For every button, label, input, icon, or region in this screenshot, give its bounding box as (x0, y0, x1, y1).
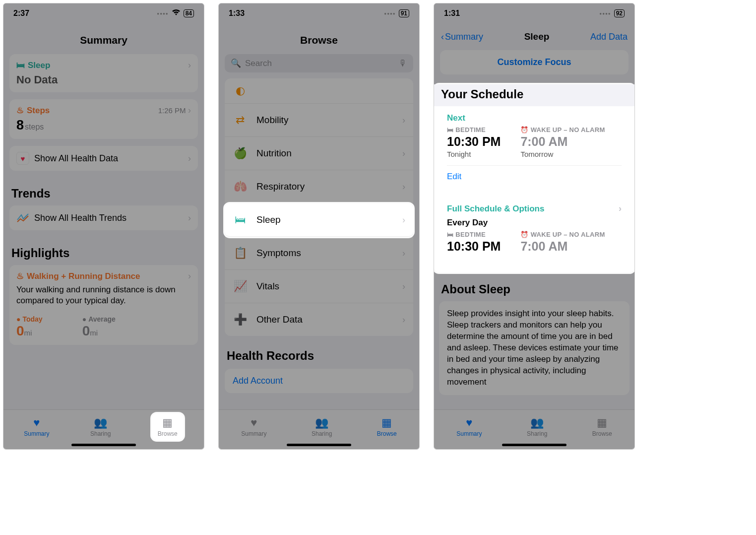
mobility-icon: ⇄ (233, 113, 248, 128)
wakeup-label: WAKE UP – NO ALARM (531, 231, 605, 238)
highlight-card[interactable]: ♨Walking + Running Distance › Your walki… (9, 265, 198, 345)
item-label: Other Data (256, 314, 393, 325)
other-icon: ➕ (233, 312, 248, 327)
tab-summary[interactable]: ♥Summary (24, 416, 49, 437)
tab-browse[interactable]: ▦Browse (377, 416, 397, 437)
heart-icon: ♥ (251, 416, 257, 429)
status-time: 1:33 (229, 9, 245, 18)
home-indicator (287, 444, 351, 446)
alarm-icon: ⏰ (520, 126, 528, 134)
tab-summary[interactable]: ♥Summary (456, 416, 482, 437)
sleep-nodata: No Data (16, 73, 191, 86)
chevron-icon: › (188, 213, 191, 223)
show-all-health-label: Show All Health Data (34, 153, 118, 164)
full-schedule-card[interactable]: Full Schedule & Options › Every Day 🛏BED… (439, 197, 630, 261)
search-input[interactable]: 🔍 Search 🎙 (225, 54, 413, 72)
bed-icon: 🛏 (447, 231, 453, 238)
schedule-heading: Your Schedule (434, 84, 634, 106)
battery-icon: 92 (614, 9, 625, 17)
steps-label: Steps (27, 106, 50, 116)
avg-value: 0 (82, 323, 90, 338)
chevron-icon: › (402, 315, 405, 325)
tab-browse[interactable]: ▦Browse (592, 416, 612, 437)
tab-sharing[interactable]: 👥Sharing (312, 416, 332, 437)
cellular-icon: ●●●● (157, 11, 168, 16)
full-schedule-label: Full Schedule & Options (447, 204, 544, 214)
show-all-trends-button[interactable]: Show All Health Trends › (9, 205, 198, 230)
item-label: Nutrition (256, 148, 393, 159)
chevron-icon: › (402, 215, 405, 225)
wakeup-time: 7:00 AM (520, 134, 605, 149)
browse-list: ◐ ⇄ Mobility › 🍏 Nutrition › 🫁 Respirato… (225, 78, 413, 336)
chevron-icon: › (402, 182, 405, 192)
list-item-symptoms[interactable]: 📋 Symptoms › (225, 237, 413, 270)
dot-icon: ● (16, 315, 20, 323)
symptoms-icon: 📋 (233, 246, 248, 261)
status-time: 1:31 (444, 9, 460, 18)
mic-icon: 🎙 (399, 59, 407, 68)
add-data-button[interactable]: Add Data (590, 32, 628, 42)
flame-icon: ♨ (16, 271, 24, 281)
item-label: Sleep (256, 214, 393, 225)
cellular-icon: ●●●● (599, 11, 611, 16)
status-bar: 1:33 ●●●●91 (219, 3, 419, 23)
sleep-label: Sleep (28, 61, 50, 70)
list-item-mobility[interactable]: ⇄ Mobility › (225, 104, 413, 137)
show-all-health-button[interactable]: ♥Show All Health Data › (9, 146, 198, 171)
bedtime-label: BEDTIME (455, 231, 486, 238)
tab-summary[interactable]: ♥Summary (241, 416, 266, 437)
heart-icon: ♥ (33, 416, 40, 429)
page-title: Browse (219, 23, 419, 54)
sleep-card[interactable]: 🛏Sleep › No Data (9, 54, 198, 92)
item-label: Vitals (256, 281, 393, 292)
list-item-sleep[interactable]: 🛏 Sleep › (225, 203, 413, 237)
nutrition-icon: 🍏 (233, 146, 248, 161)
chevron-icon: › (402, 148, 405, 159)
list-item-partial[interactable]: ◐ (225, 78, 413, 104)
screen-summary: 2:37 ●●●● 84 Summary 🛏Sleep › No Data ♨S… (3, 3, 204, 450)
chevron-left-icon: ‹ (441, 32, 444, 42)
every-day-label: Every Day (447, 218, 622, 228)
chevron-icon: › (188, 60, 191, 70)
chevron-icon: › (188, 271, 191, 281)
status-time: 2:37 (13, 9, 29, 18)
home-indicator (71, 444, 136, 446)
about-heading: About Sleep (434, 272, 634, 301)
tab-browse[interactable]: ▦Browse (152, 413, 184, 440)
dot-icon: ● (82, 315, 86, 323)
item-label: Respiratory (256, 181, 393, 192)
tab-sharing[interactable]: 👥Sharing (90, 416, 111, 437)
show-all-trends-label: Show All Health Trends (34, 213, 126, 223)
list-item-vitals[interactable]: 📈 Vitals › (225, 270, 413, 303)
chevron-icon: › (188, 105, 191, 115)
nav-bar: ‹Summary Sleep Add Data (434, 23, 634, 50)
wakeup-label: WAKE UP – NO ALARM (531, 126, 605, 134)
flame-icon: ♨ (16, 105, 24, 116)
tab-bar: ♥Summary 👥Sharing ▦Browse (219, 409, 419, 449)
steps-card[interactable]: ♨Steps 1:26 PM › 8steps (9, 99, 198, 139)
grid-icon: ▦ (597, 416, 607, 429)
list-item-other[interactable]: ➕ Other Data › (225, 303, 413, 336)
people-icon: 👥 (530, 416, 544, 429)
status-bar: 2:37 ●●●● 84 (3, 3, 204, 23)
trends-icon (16, 211, 29, 224)
steps-value: 8 (16, 118, 24, 133)
avg-label: Average (88, 315, 116, 323)
customize-focus-button[interactable]: Customize Focus (440, 50, 629, 74)
item-label: Mobility (256, 115, 393, 126)
sleep-icon: 🛏 (233, 212, 248, 227)
back-button[interactable]: ‹Summary (441, 32, 483, 42)
bed-icon: 🛏 (16, 61, 25, 70)
bedtime-time-2: 10:30 PM (447, 239, 501, 254)
tab-sharing[interactable]: 👥Sharing (527, 416, 547, 437)
add-account-button[interactable]: Add Account (225, 369, 413, 393)
list-item-nutrition[interactable]: 🍏 Nutrition › (225, 137, 413, 170)
heart-icon: ♥ (16, 152, 29, 165)
status-right: ●●●● 84 (157, 9, 194, 18)
highlight-body: Your walking and running distance is dow… (16, 284, 191, 306)
list-item-respiratory[interactable]: 🫁 Respiratory › (225, 170, 413, 203)
edit-button[interactable]: Edit (447, 165, 622, 182)
chevron-icon: › (402, 248, 405, 259)
highlight-title: Walking + Running Distance (27, 271, 140, 281)
wakeup-time-2: 7:00 AM (520, 239, 605, 254)
